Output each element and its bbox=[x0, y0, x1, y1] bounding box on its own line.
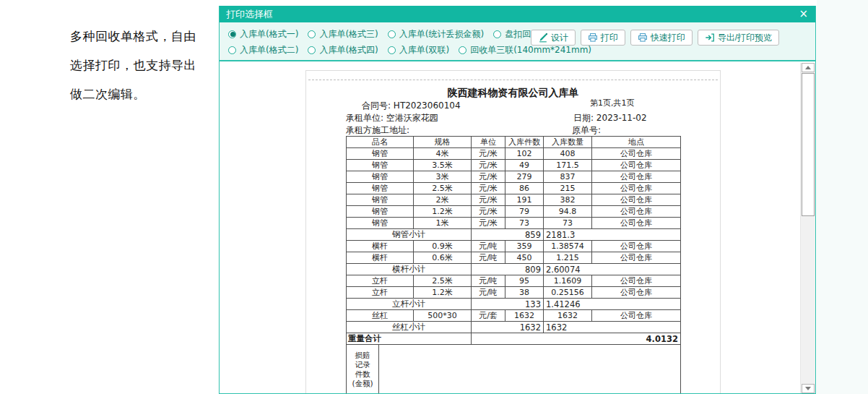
table-cell: 171.5 bbox=[544, 160, 592, 171]
subtotal-quantity: 2181.3 bbox=[544, 229, 681, 241]
table-cell: 立杆 bbox=[347, 275, 414, 287]
table-cell: 公司仓库 bbox=[592, 148, 681, 160]
close-icon[interactable]: × bbox=[799, 6, 808, 22]
scrollbar-thumb[interactable] bbox=[802, 73, 815, 216]
quick-print-icon bbox=[638, 33, 648, 43]
page-indicator: 第1页,共1页 bbox=[590, 98, 635, 108]
format-option-label: 入库单(格式二) bbox=[240, 44, 298, 56]
inbound-items-table: 品名规格单位入库件数入库数量地点钢管4米元/米102408公司仓库钢管3.5米元… bbox=[346, 136, 681, 393]
format-option-5[interactable]: 入库单(格式二) bbox=[228, 44, 298, 56]
table-cell: 横杆 bbox=[347, 252, 414, 264]
damage-note-label: 损赔记录件数(金额) bbox=[347, 345, 379, 394]
table-cell: 38 bbox=[505, 287, 544, 299]
subtotal-quantity: 1.41246 bbox=[544, 299, 681, 310]
button-label: 打印 bbox=[601, 32, 618, 44]
table-cell: 元/吨 bbox=[472, 241, 505, 252]
table-row: 立杆1.2米元/吨380.25156公司仓库 bbox=[347, 287, 681, 299]
format-option-3[interactable]: 入库单(统计丢损金额) bbox=[388, 28, 484, 40]
table-cell: 86 bbox=[505, 183, 544, 194]
table-header-row: 品名规格单位入库件数入库数量地点 bbox=[347, 137, 681, 148]
subtotal-pieces: 133 bbox=[472, 299, 544, 310]
table-cell: 钢管 bbox=[347, 183, 414, 194]
subtotal-pieces: 859 bbox=[472, 229, 544, 241]
table-cell: 408 bbox=[544, 148, 592, 160]
subtotal-row: 丝杠小计16321632 bbox=[347, 322, 681, 333]
radio-icon bbox=[459, 46, 466, 54]
format-option-8[interactable]: 回收单三联(140mm*241mm) bbox=[459, 44, 591, 56]
table-cell: 公司仓库 bbox=[592, 252, 681, 264]
table-row: 钢管3.5米元/米49171.5公司仓库 bbox=[347, 160, 681, 171]
document-page: 陕西建科物资有限公司入库单 合同号: HT2023060104 第1页,共1页 … bbox=[305, 70, 721, 393]
radio-icon bbox=[308, 46, 316, 54]
subtotal-label: 钢管小计 bbox=[347, 229, 472, 241]
export-icon bbox=[705, 33, 715, 43]
table-cell: 元/吨 bbox=[472, 287, 505, 299]
column-header: 入库件数 bbox=[505, 137, 544, 148]
table-cell: 公司仓库 bbox=[592, 275, 681, 287]
page-right-margin bbox=[817, 0, 868, 394]
table-row: 钢管4米元/米102408公司仓库 bbox=[347, 148, 681, 160]
table-cell: 立杆 bbox=[347, 287, 414, 299]
button-label: 导出/打印预览 bbox=[718, 32, 772, 44]
format-option-1[interactable]: 入库单(格式一) bbox=[228, 28, 298, 40]
table-cell: 公司仓库 bbox=[592, 183, 681, 194]
format-option-6[interactable]: 入库单(格式四) bbox=[308, 44, 378, 56]
table-cell: 1632 bbox=[544, 310, 592, 322]
document-date: 日期: 2023-11-02 bbox=[573, 112, 647, 124]
scroll-down-button[interactable] bbox=[802, 384, 815, 393]
radio-icon bbox=[493, 30, 501, 38]
total-value: 4.0132 bbox=[472, 333, 681, 345]
table-cell: 2.5米 bbox=[414, 183, 472, 194]
button-label: 快速打印 bbox=[651, 32, 685, 44]
subtotal-label: 立杆小计 bbox=[347, 299, 472, 310]
table-row: 横杆0.6米元/吨4501.215公司仓库 bbox=[347, 252, 681, 264]
table-cell: 359 bbox=[505, 241, 544, 252]
table-cell: 279 bbox=[505, 171, 544, 183]
total-label: 重量合计 bbox=[347, 333, 472, 345]
scroll-up-button[interactable] bbox=[802, 63, 815, 72]
table-cell: 元/吨 bbox=[472, 252, 505, 264]
format-option-label: 入库单(统计丢损金额) bbox=[399, 28, 484, 40]
table-row: 钢管3米元/米279837公司仓库 bbox=[347, 171, 681, 183]
print-icon bbox=[588, 33, 598, 43]
subtotal-pieces: 809 bbox=[472, 264, 544, 275]
table-cell: 元/吨 bbox=[472, 275, 505, 287]
table-cell: 公司仓库 bbox=[592, 206, 681, 218]
table-cell: 丝杠 bbox=[347, 310, 414, 322]
table-cell: 73 bbox=[505, 218, 544, 229]
format-option-7[interactable]: 入库单(双联) bbox=[388, 44, 449, 56]
table-row: 钢管2.5米元/米86215公司仓库 bbox=[347, 183, 681, 194]
format-option-2[interactable]: 入库单(格式三) bbox=[308, 28, 378, 40]
subtotal-row: 钢管小计8592181.3 bbox=[347, 229, 681, 241]
subtotal-row: 立杆小计1331.41246 bbox=[347, 299, 681, 310]
table-cell: 元/米 bbox=[472, 183, 505, 194]
subtotal-quantity: 2.60074 bbox=[544, 264, 681, 275]
format-toolbar: 入库单(格式一)入库单(格式三)入库单(统计丢损金额)盘扣回收单入库单(格式二)… bbox=[220, 22, 815, 61]
table-cell: 钢管 bbox=[347, 206, 414, 218]
damage-note-empty-cell bbox=[379, 345, 681, 394]
table-cell: 元/米 bbox=[472, 218, 505, 229]
site-address: 承租方施工地址: bbox=[346, 124, 409, 137]
radio-icon bbox=[388, 30, 396, 38]
table-row: 钢管1.2米元/米7994.8公司仓库 bbox=[347, 206, 681, 218]
table-cell: 1.2米 bbox=[414, 206, 472, 218]
table-cell: 95 bbox=[505, 275, 544, 287]
table-cell: 191 bbox=[505, 194, 544, 206]
damage-note-line: 件数 bbox=[347, 369, 378, 379]
export-button[interactable]: 导出/打印预览 bbox=[698, 30, 779, 46]
table-cell: 公司仓库 bbox=[592, 310, 681, 322]
quick-print-button[interactable]: 快速打印 bbox=[630, 30, 693, 46]
arrow-down-icon bbox=[805, 387, 811, 390]
table-cell: 横杆 bbox=[347, 241, 414, 252]
preview-scrollbar[interactable] bbox=[800, 63, 815, 393]
subtotal-pieces: 1632 bbox=[472, 322, 544, 333]
table-row: 立杆2.5米元/吨951.1609公司仓库 bbox=[347, 275, 681, 287]
table-cell: 钢管 bbox=[347, 218, 414, 229]
feature-note-text: 多种回收单格式，自由选择打印，也支持导出做二次编辑。 bbox=[70, 22, 204, 108]
table-cell: 钢管 bbox=[347, 171, 414, 183]
table-cell: 2.5米 bbox=[414, 275, 472, 287]
format-option-label: 回收单三联(140mm*241mm) bbox=[470, 44, 591, 56]
radio-icon bbox=[308, 30, 316, 38]
design-button[interactable]: 设计 bbox=[531, 30, 576, 46]
print-button[interactable]: 打印 bbox=[581, 30, 625, 46]
